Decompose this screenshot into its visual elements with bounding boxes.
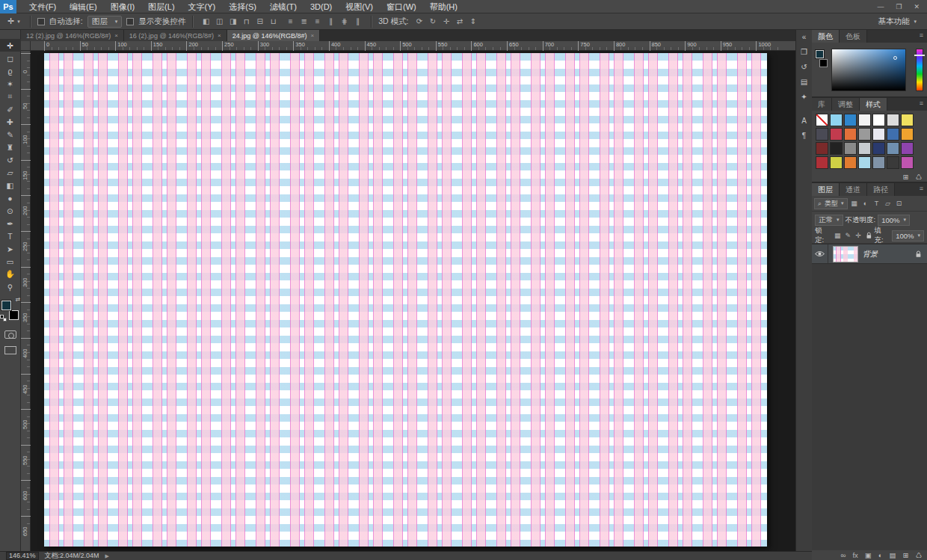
menu-item-type[interactable]: 文字(Y) bbox=[182, 0, 223, 13]
style-swatch[interactable] bbox=[887, 156, 899, 169]
document-canvas[interactable] bbox=[44, 53, 767, 547]
3d-slide-icon[interactable]: ⇄ bbox=[453, 16, 466, 28]
background-color-swatch[interactable] bbox=[9, 310, 19, 320]
panel-menu-icon[interactable]: ≡ bbox=[920, 30, 927, 43]
color-background-swatch[interactable] bbox=[819, 59, 828, 67]
style-swatch[interactable] bbox=[844, 128, 857, 141]
style-swatch[interactable] bbox=[830, 156, 843, 169]
document-tab[interactable]: 12 (2).jpg @ 146%(RGB/8#)× bbox=[21, 30, 124, 41]
style-swatch[interactable] bbox=[872, 142, 885, 155]
style-swatch[interactable] bbox=[872, 128, 885, 141]
saturation-brightness-field[interactable] bbox=[831, 49, 906, 91]
lock-image-pixels-icon[interactable]: ✎ bbox=[843, 230, 853, 241]
link-layers-icon[interactable]: ∞ bbox=[841, 551, 846, 559]
style-swatch[interactable] bbox=[858, 114, 871, 126]
panel-menu-icon[interactable]: ≡ bbox=[920, 98, 927, 111]
align-horizontal-centers-icon[interactable]: ◫ bbox=[213, 16, 226, 28]
default-colors-icon[interactable] bbox=[0, 315, 7, 321]
style-swatch[interactable] bbox=[858, 142, 871, 155]
zoom-tool[interactable]: ⚲ bbox=[0, 280, 21, 293]
distribute-bottom-edges-icon[interactable]: ≡ bbox=[311, 16, 324, 28]
new-group-icon[interactable]: ▤ bbox=[890, 551, 896, 559]
filter-adjustment-layers-icon[interactable]: ◐ bbox=[860, 198, 871, 209]
quick-selection-tool[interactable]: ✶ bbox=[0, 77, 21, 90]
style-swatch[interactable] bbox=[901, 142, 914, 155]
tab-swatches[interactable]: 色板 bbox=[840, 30, 867, 43]
style-swatch[interactable] bbox=[816, 142, 828, 155]
style-swatch[interactable] bbox=[901, 156, 914, 169]
distribute-right-edges-icon[interactable]: ∥ bbox=[351, 16, 364, 28]
screen-mode-button[interactable] bbox=[4, 346, 16, 354]
lock-transparent-pixels-icon[interactable]: ▦ bbox=[833, 230, 843, 241]
align-left-edges-icon[interactable]: ◧ bbox=[200, 16, 212, 28]
marquee-tool[interactable]: ◻ bbox=[0, 52, 21, 64]
menu-item-window[interactable]: 窗口(W) bbox=[380, 0, 423, 13]
style-swatch[interactable] bbox=[816, 128, 828, 141]
filter-pixel-layers-icon[interactable]: ▦ bbox=[849, 198, 860, 209]
dodge-tool[interactable]: ⊙ bbox=[0, 204, 21, 217]
document-tab[interactable]: 16 (2).jpg @ 146%(RGB/8#)× bbox=[124, 30, 227, 41]
style-swatch[interactable] bbox=[830, 142, 843, 155]
tab-close-icon[interactable]: × bbox=[114, 32, 118, 39]
menu-item-help[interactable]: 帮助(H) bbox=[423, 0, 464, 13]
style-swatch[interactable] bbox=[887, 128, 899, 141]
style-swatch[interactable] bbox=[844, 114, 857, 126]
style-swatch[interactable] bbox=[901, 114, 914, 126]
lock-position-icon[interactable]: ✛ bbox=[854, 230, 863, 241]
distribute-horizontal-centers-icon[interactable]: ⋕ bbox=[338, 16, 351, 28]
new-style-icon[interactable]: ⊞ bbox=[903, 173, 909, 181]
align-top-edges-icon[interactable]: ⊓ bbox=[240, 16, 253, 28]
distribute-vertical-centers-icon[interactable]: ≣ bbox=[298, 16, 310, 28]
type-tool[interactable]: T bbox=[0, 230, 21, 242]
3d-panel-icon[interactable]: ✦ bbox=[798, 91, 811, 102]
filter-smart-objects-icon[interactable]: ⊡ bbox=[894, 198, 905, 209]
blur-tool[interactable]: ● bbox=[0, 191, 21, 204]
distribute-left-edges-icon[interactable]: ∥ bbox=[324, 16, 337, 28]
brush-tool[interactable]: ✎ bbox=[0, 128, 21, 141]
status-flyout-icon[interactable]: ▶ bbox=[105, 553, 109, 559]
workspace-switcher[interactable]: 基本功能 ▾ bbox=[872, 15, 923, 28]
layer-row-background[interactable]: 背景 bbox=[812, 244, 927, 264]
history-panel-icon[interactable]: ↺ bbox=[798, 61, 811, 73]
menu-item-filter[interactable]: 滤镜(T) bbox=[263, 0, 304, 13]
menu-item-layer[interactable]: 图层(L) bbox=[141, 0, 181, 13]
panel-menu-icon[interactable]: ≡ bbox=[920, 183, 927, 196]
new-adjustment-layer-icon[interactable]: ◐ bbox=[878, 551, 883, 559]
style-swatch[interactable] bbox=[872, 114, 885, 126]
restore-button[interactable]: ❐ bbox=[896, 3, 902, 10]
character-panel-icon[interactable]: A bbox=[798, 115, 811, 126]
minimize-button[interactable]: — bbox=[877, 3, 884, 10]
tab-libraries[interactable]: 库 bbox=[812, 98, 832, 111]
add-layer-mask-icon[interactable]: ▣ bbox=[865, 551, 872, 559]
style-swatch[interactable] bbox=[844, 142, 857, 155]
3d-rotate-icon[interactable]: ⟳ bbox=[413, 16, 425, 28]
menu-item-edit[interactable]: 编辑(E) bbox=[63, 0, 104, 13]
zoom-level-field[interactable]: 146.41% bbox=[6, 552, 39, 560]
properties-panel-icon[interactable]: ▤ bbox=[798, 76, 811, 87]
foreground-color-swatch[interactable] bbox=[1, 301, 11, 310]
layer-visibility-toggle[interactable] bbox=[812, 244, 828, 263]
eraser-tool[interactable]: ▱ bbox=[0, 166, 21, 179]
show-transform-controls-checkbox[interactable] bbox=[126, 18, 134, 25]
gradient-tool[interactable]: ◧ bbox=[0, 179, 21, 191]
layer-effects-icon[interactable]: fx bbox=[852, 551, 857, 559]
menu-item-image[interactable]: 图像(I) bbox=[104, 0, 141, 13]
style-swatch[interactable] bbox=[858, 156, 871, 169]
distribute-top-edges-icon[interactable]: ≡ bbox=[284, 16, 297, 28]
filter-shape-layers-icon[interactable]: ▱ bbox=[883, 198, 893, 209]
align-bottom-edges-icon[interactable]: ⊔ bbox=[267, 16, 280, 28]
history-brush-tool[interactable]: ↺ bbox=[0, 153, 21, 166]
new-layer-icon[interactable]: ⊞ bbox=[903, 551, 909, 559]
tab-channels[interactable]: 通道 bbox=[840, 183, 867, 196]
menu-item-3d[interactable]: 3D(D) bbox=[304, 0, 339, 13]
tool-preset-picker[interactable]: ✛ ▾ bbox=[4, 16, 23, 26]
style-swatch[interactable] bbox=[887, 114, 899, 126]
crop-tool[interactable]: ⌗ bbox=[0, 90, 21, 102]
document-tab[interactable]: 24.jpg @ 146%(RGB/8#)× bbox=[227, 30, 320, 41]
style-swatch[interactable] bbox=[872, 156, 885, 169]
close-button[interactable]: ✕ bbox=[914, 3, 920, 10]
fill-dropdown[interactable]: 100% ▾ bbox=[892, 230, 924, 241]
style-swatch[interactable] bbox=[830, 114, 843, 126]
blend-mode-dropdown[interactable]: 正常 ▾ bbox=[815, 215, 843, 226]
align-right-edges-icon[interactable]: ◨ bbox=[227, 16, 239, 28]
